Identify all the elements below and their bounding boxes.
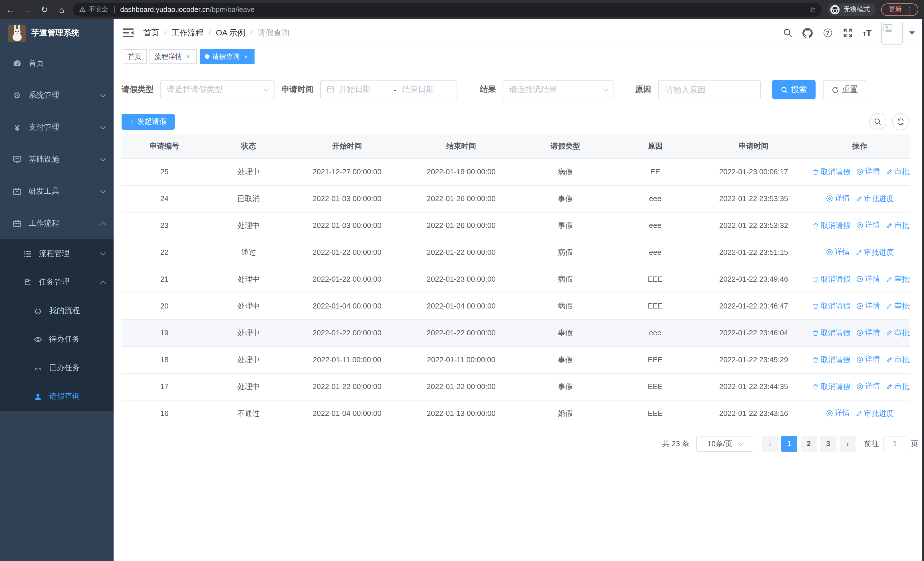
close-icon[interactable]: × bbox=[243, 53, 249, 60]
monitor-icon bbox=[12, 155, 22, 164]
page-button-2[interactable]: 2 bbox=[801, 436, 817, 451]
detail-link[interactable]: 详情 bbox=[856, 301, 880, 311]
sidebar-item-task-mgmt[interactable]: 任务管理 bbox=[0, 268, 114, 296]
cancel-leave-link[interactable]: 取消请假 bbox=[812, 382, 850, 392]
cancel-leave-link[interactable]: 取消请假 bbox=[812, 328, 850, 338]
progress-link[interactable]: 审批进度 bbox=[855, 409, 894, 419]
briefcase-icon bbox=[12, 219, 22, 228]
leave-type-select[interactable]: 请选择请假类型 bbox=[160, 80, 274, 99]
progress-link[interactable]: 审批进度 bbox=[886, 301, 910, 311]
font-size-icon[interactable]: TT bbox=[862, 28, 872, 38]
detail-link[interactable]: 详情 bbox=[826, 193, 850, 204]
fullscreen-icon[interactable] bbox=[842, 28, 853, 38]
progress-link[interactable]: 审批进度 bbox=[886, 355, 910, 365]
progress-link[interactable]: 审批进度 bbox=[886, 167, 910, 177]
cancel-leave-link[interactable]: 取消请假 bbox=[812, 221, 850, 231]
breadcrumb-oa-example[interactable]: OA 示例 bbox=[216, 28, 245, 38]
reset-button[interactable]: 重置 bbox=[823, 80, 866, 99]
address-bar[interactable]: 不安全 dashboard.yudao.iocoder.cn/bpm/oa/le… bbox=[73, 3, 822, 16]
sidebar-item-my-process[interactable]: 我的流程 bbox=[0, 296, 114, 325]
cancel-leave-link[interactable]: 取消请假 bbox=[812, 167, 850, 177]
next-page-button[interactable]: › bbox=[840, 436, 855, 451]
eye-icon bbox=[856, 356, 864, 363]
browser-home-icon[interactable]: ⌂ bbox=[56, 5, 68, 14]
progress-link[interactable]: 审批进度 bbox=[886, 382, 910, 392]
page-scrollbar[interactable] bbox=[922, 19, 924, 561]
sidebar-item-infra[interactable]: 基础设施 bbox=[0, 143, 114, 175]
result-label: 结果 bbox=[480, 84, 496, 95]
eye-icon bbox=[826, 248, 833, 256]
browser-menu-icon[interactable]: ⋮ bbox=[906, 5, 913, 14]
detail-link[interactable]: 详情 bbox=[856, 220, 880, 230]
page-button-1[interactable]: 1 bbox=[782, 436, 797, 451]
result-select[interactable]: 请选择流结果 bbox=[503, 80, 614, 99]
sidebar-item-devtools[interactable]: 研发工具 bbox=[0, 175, 114, 208]
browser-update-button[interactable]: 更新 ⋮ bbox=[881, 3, 918, 16]
detail-link[interactable]: 详情 bbox=[826, 247, 850, 257]
detail-link[interactable]: 详情 bbox=[856, 355, 880, 365]
close-icon[interactable]: × bbox=[185, 53, 192, 60]
progress-link[interactable]: 审批进度 bbox=[886, 221, 910, 231]
github-icon[interactable] bbox=[802, 28, 813, 38]
table-header: 申请编号 状态 开始时间 结束时间 请假类型 原因 申请时间 操作 bbox=[122, 134, 910, 158]
security-status[interactable]: 不安全 bbox=[79, 5, 108, 14]
browser-reload-icon[interactable]: ↻ bbox=[39, 4, 50, 15]
apply-time-range-picker[interactable]: 开始日期 - 结束日期 bbox=[320, 80, 457, 99]
detail-link[interactable]: 详情 bbox=[856, 328, 880, 338]
avatar-caret-icon[interactable] bbox=[909, 31, 915, 35]
create-leave-button[interactable]: + 发起请假 bbox=[122, 114, 175, 130]
chevron-down-icon bbox=[100, 92, 106, 98]
progress-link[interactable]: 审批进度 bbox=[855, 194, 894, 204]
table-row: 19处理中2022-01-22 00:00:002022-01-22 00:00… bbox=[122, 319, 910, 346]
sidebar-item-home[interactable]: 首页 bbox=[0, 47, 114, 80]
leave-table: 申请编号 状态 开始时间 结束时间 请假类型 原因 申请时间 操作 25处理中2 bbox=[122, 134, 910, 427]
eye-closed-icon bbox=[33, 363, 42, 373]
breadcrumb-home[interactable]: 首页 bbox=[143, 28, 159, 38]
sidebar-item-workflow[interactable]: 工作流程 bbox=[0, 208, 114, 239]
detail-link[interactable]: 详情 bbox=[856, 167, 880, 177]
avatar[interactable] bbox=[881, 21, 903, 44]
progress-link[interactable]: 审批进度 bbox=[886, 328, 910, 338]
progress-link[interactable]: 审批进度 bbox=[855, 247, 894, 258]
prev-page-button[interactable]: ‹ bbox=[762, 436, 778, 451]
page-button-3[interactable]: 3 bbox=[820, 436, 836, 451]
bookmark-star-icon[interactable]: ☆ bbox=[810, 5, 816, 14]
sidebar-collapse-icon[interactable] bbox=[123, 28, 134, 38]
sidebar-item-process-mgmt[interactable]: 流程管理 bbox=[0, 239, 114, 268]
tag-leave-query[interactable]: 请假查询 × bbox=[200, 49, 255, 64]
detail-link[interactable]: 详情 bbox=[826, 408, 850, 418]
detail-link[interactable]: 详情 bbox=[856, 274, 880, 284]
sidebar-item-system[interactable]: ⚙ 系统管理 bbox=[0, 80, 114, 111]
search-button[interactable]: 搜索 bbox=[772, 80, 816, 99]
table-row: 16不通过2022-01-04 00:00:002022-01-13 00:00… bbox=[122, 400, 910, 427]
help-icon[interactable]: ? bbox=[822, 28, 832, 38]
browser-back-icon[interactable]: ← bbox=[4, 5, 16, 14]
incognito-icon bbox=[830, 4, 840, 15]
sidebar-item-todo-tasks[interactable]: 待办任务 bbox=[0, 325, 114, 353]
breadcrumb: 首页 / 工作流程 / OA 示例 / 请假查询 bbox=[143, 28, 290, 38]
app-logo[interactable]: 芋道管理系统 bbox=[0, 19, 114, 44]
apply-time-label: 申请时间 bbox=[281, 84, 314, 95]
sitemap-icon bbox=[23, 278, 32, 287]
cancel-leave-link[interactable]: 取消请假 bbox=[812, 274, 850, 284]
toggle-search-button[interactable] bbox=[869, 113, 886, 130]
goto-page-input[interactable] bbox=[884, 436, 906, 451]
sidebar-item-done-tasks[interactable]: 已办任务 bbox=[0, 353, 114, 382]
table-row: 20处理中2022-01-04 00:00:002022-01-04 00:00… bbox=[122, 292, 910, 319]
browser-forward-icon[interactable]: → bbox=[22, 5, 33, 14]
sidebar-item-leave-query[interactable]: 请假查询 bbox=[0, 382, 114, 411]
reason-input[interactable] bbox=[658, 81, 760, 99]
cancel-leave-link[interactable]: 取消请假 bbox=[812, 355, 850, 365]
tag-home[interactable]: 首页 bbox=[123, 49, 147, 64]
breadcrumb-workflow[interactable]: 工作流程 bbox=[171, 28, 204, 38]
col-header-type: 请假类型 bbox=[518, 134, 612, 158]
progress-link[interactable]: 审批进度 bbox=[886, 274, 910, 284]
tag-process-detail[interactable]: 流程详情 × bbox=[150, 49, 197, 64]
refresh-table-button[interactable] bbox=[892, 113, 909, 130]
detail-link[interactable]: 详情 bbox=[856, 381, 880, 392]
sidebar-item-payment[interactable]: ¥ 支付管理 bbox=[0, 111, 114, 143]
page-size-select[interactable]: 10条/页 bbox=[696, 436, 753, 451]
table-row: 23处理中2022-01-03 00:00:002022-01-26 00:00… bbox=[122, 212, 910, 239]
cancel-leave-link[interactable]: 取消请假 bbox=[812, 301, 850, 311]
search-icon[interactable] bbox=[783, 28, 793, 38]
